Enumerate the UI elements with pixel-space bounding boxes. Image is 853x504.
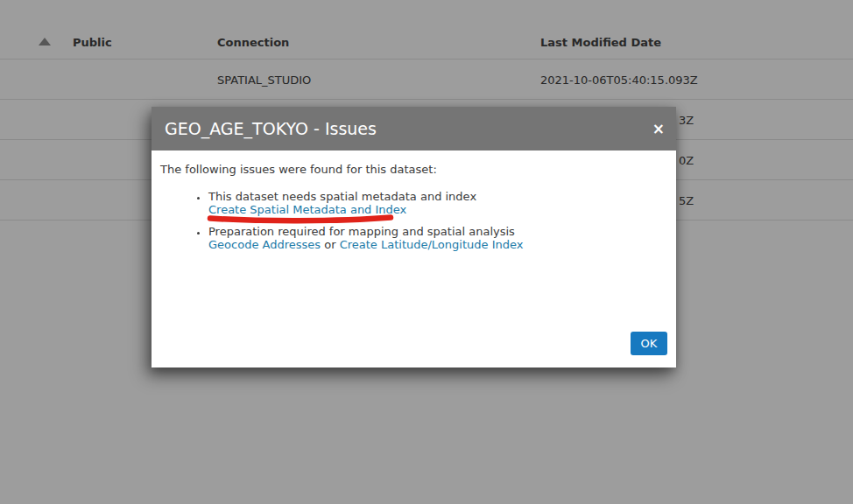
ok-button[interactable]: OK bbox=[631, 332, 667, 355]
create-spatial-metadata-link[interactable]: Create Spatial Metadata and Index bbox=[208, 203, 667, 216]
dialog-header: GEO_AGE_TOKYO - Issues × bbox=[152, 107, 676, 150]
geocode-addresses-link[interactable]: Geocode Addresses bbox=[208, 238, 321, 251]
issue-text: This dataset needs spatial metadata and … bbox=[208, 190, 667, 203]
issue-links-line: Geocode Addresses or Create Latitude/Lon… bbox=[208, 238, 667, 251]
dialog-title: GEO_AGE_TOKYO - Issues bbox=[165, 119, 377, 138]
issues-list: This dataset needs spatial metadata and … bbox=[160, 190, 667, 251]
app-screen: Public Connection Last Modified Date SPA… bbox=[0, 0, 853, 504]
dialog-intro-text: The following issues were found for this… bbox=[160, 163, 667, 177]
create-lat-lon-index-link[interactable]: Create Latitude/Longitude Index bbox=[340, 238, 524, 251]
link-separator-text: or bbox=[321, 238, 340, 251]
issue-text: Preparation required for mapping and spa… bbox=[208, 225, 667, 238]
issues-dialog: GEO_AGE_TOKYO - Issues × The following i… bbox=[152, 107, 676, 368]
issue-item: Preparation required for mapping and spa… bbox=[208, 225, 667, 251]
close-icon[interactable]: × bbox=[652, 122, 665, 136]
issue-item: This dataset needs spatial metadata and … bbox=[208, 190, 667, 216]
dialog-body: The following issues were found for this… bbox=[152, 150, 676, 368]
